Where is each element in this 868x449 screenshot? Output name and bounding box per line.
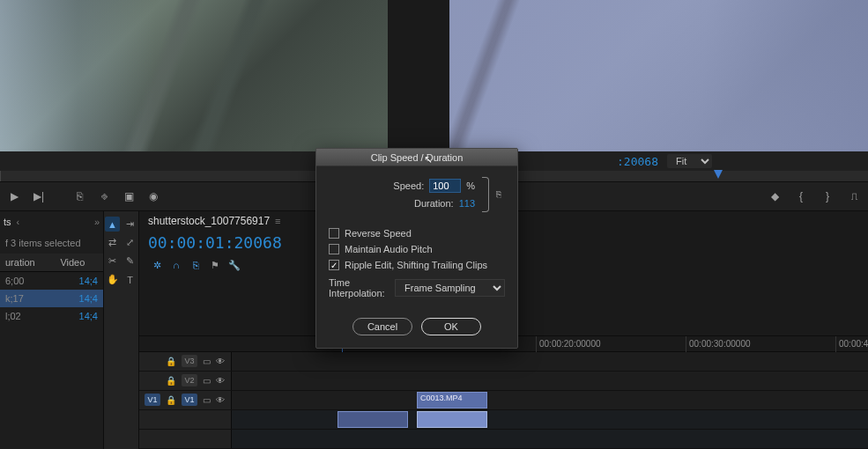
wrench-icon[interactable]: 🔧 [228, 259, 241, 271]
play-icon[interactable]: ▶ [7, 189, 21, 203]
dialog-title[interactable]: Clip Speed / Duration ↖ [316, 149, 517, 166]
razor-tool-icon[interactable]: ✂ [105, 254, 120, 269]
pen-tool-icon[interactable]: ✎ [122, 254, 137, 269]
lock-icon[interactable]: 🔒 [166, 357, 176, 366]
track-target[interactable]: V2 [182, 374, 197, 386]
tool-panel: ▲ ⇥ ⇄ ⤢ ✂ ✎ ✋ T [104, 211, 139, 449]
lock-icon[interactable]: 🔒 [166, 395, 176, 405]
playhead-icon[interactable] [714, 170, 723, 179]
zoom-select[interactable]: Fit [667, 154, 712, 168]
reverse-speed-checkbox[interactable] [329, 228, 339, 239]
video-track-row: 🔒V3▭👁 [139, 352, 868, 372]
video-track-row: V1🔒V1▭👁C0013.MP4 [139, 391, 868, 410]
eye-icon[interactable]: 👁 [216, 376, 225, 386]
time-interpolation-label: Time Interpolation: [329, 277, 389, 298]
table-row[interactable]: l;0214;4 [0, 307, 103, 325]
cancel-button[interactable]: Cancel [352, 318, 412, 335]
fx-icon[interactable]: ▭ [203, 395, 211, 405]
sequence-tab[interactable]: shutterstock_1007756917 [148, 215, 281, 227]
source-patch[interactable]: V1 [145, 394, 160, 406]
linked-selection-icon[interactable]: ⎘ [189, 259, 202, 271]
selection-tool-icon[interactable]: ▲ [105, 217, 120, 232]
marker-add-icon[interactable]: ⚑ [209, 259, 221, 271]
eye-icon[interactable]: 👁 [216, 357, 225, 366]
program-timecode[interactable]: :20068 [617, 155, 658, 168]
fx-icon[interactable]: ▭ [203, 357, 211, 366]
chevron-right-icon[interactable]: » [94, 217, 100, 227]
eye-icon[interactable]: 👁 [216, 395, 225, 405]
timeline-tracks: 🔒V3▭👁🔒V2▭👁V1🔒V1▭👁C0013.MP4 [139, 352, 868, 449]
ruler-tick-label: 00:00:40:00000 [839, 339, 868, 349]
track-lane[interactable]: C0013.MP4 [232, 391, 868, 409]
duration-label: Duration: [414, 198, 454, 209]
step-forward-icon[interactable]: ▶| [32, 189, 46, 203]
cursor-icon: ↖ [424, 151, 433, 168]
hand-tool-icon[interactable]: ✋ [105, 272, 120, 287]
clip-speed-dialog: Clip Speed / Duration ↖ Speed: % ⎘ Durat… [315, 148, 518, 349]
reverse-speed-label: Reverse Speed [345, 228, 412, 239]
preview-area [0, 0, 868, 151]
track-target[interactable]: V3 [182, 355, 197, 367]
speed-input[interactable] [429, 179, 461, 193]
project-panel: ts ‹ » f 3 items selected uration Video … [0, 211, 104, 449]
video-clip[interactable]: C0013.MP4 [417, 392, 487, 409]
speed-label: Speed: [393, 180, 424, 191]
export-frame-icon[interactable]: ▣ [122, 189, 136, 203]
maintain-pitch-label: Maintain Audio Pitch [345, 244, 433, 254]
track-header[interactable]: 🔒V2▭👁 [139, 372, 232, 390]
ripple-tool-icon[interactable]: ⇄ [105, 235, 120, 250]
project-table[interactable]: uration Video 6;0014;4k;1714;4l;0214;4 [0, 254, 103, 325]
selection-count: f 3 items selected [0, 232, 103, 254]
type-tool-icon[interactable]: T [122, 272, 137, 287]
marker-icon[interactable]: ◆ [768, 189, 782, 203]
track-header[interactable]: V1🔒V1▭👁 [139, 391, 232, 409]
maintain-pitch-checkbox[interactable] [329, 244, 339, 254]
ruler-tick-label: 00:00:30:00000 [689, 339, 751, 349]
ripple-edit-checkbox[interactable] [329, 260, 339, 270]
audio-clip[interactable] [417, 411, 487, 428]
program-monitor[interactable] [449, 0, 868, 151]
track-target[interactable]: V1 [182, 394, 197, 406]
duration-value[interactable]: 113 [459, 198, 475, 209]
col-duration[interactable]: uration [0, 254, 55, 272]
rate-stretch-tool-icon[interactable]: ⤢ [122, 235, 137, 250]
magnet-icon[interactable]: ∩ [170, 259, 182, 271]
snap-icon[interactable]: ✲ [151, 259, 163, 271]
track-select-tool-icon[interactable]: ⇥ [122, 217, 137, 232]
timeline-options: ✲ ∩ ⎘ ⚑ 🔧 [145, 259, 246, 271]
track-lane[interactable] [232, 372, 868, 390]
table-row[interactable]: 6;0014;4 [0, 272, 103, 291]
ruler-tick-label: 00:00:20:00000 [539, 339, 601, 349]
in-bracket-icon[interactable]: { [794, 189, 808, 203]
settings-icon[interactable]: ⎍ [847, 189, 861, 203]
video-track-row: 🔒V2▭👁 [139, 372, 868, 391]
source-monitor[interactable] [0, 0, 388, 151]
insert-icon[interactable]: ⎘ [72, 189, 86, 203]
time-interpolation-select[interactable]: Frame Sampling [395, 279, 505, 297]
track-header[interactable]: 🔒V3▭👁 [139, 352, 232, 371]
ripple-edit-label: Ripple Edit, Shifting Trailing Clips [345, 260, 487, 270]
lock-icon[interactable]: 🔒 [166, 376, 176, 386]
table-row[interactable]: k;1714;4 [0, 290, 103, 307]
out-bracket-icon[interactable]: } [820, 189, 835, 203]
col-video[interactable]: Video [55, 254, 103, 272]
overwrite-icon[interactable]: ⎆ [97, 189, 111, 203]
track-lane[interactable] [232, 352, 868, 371]
monitor-divider [388, 0, 449, 151]
camera-icon[interactable]: ◉ [146, 189, 160, 203]
chevron-left-icon[interactable]: ‹ [17, 217, 20, 227]
project-tab-suffix[interactable]: ts [4, 217, 11, 227]
ok-button[interactable]: OK [421, 318, 481, 335]
percent-label: % [466, 180, 475, 191]
fx-icon[interactable]: ▭ [203, 376, 211, 386]
